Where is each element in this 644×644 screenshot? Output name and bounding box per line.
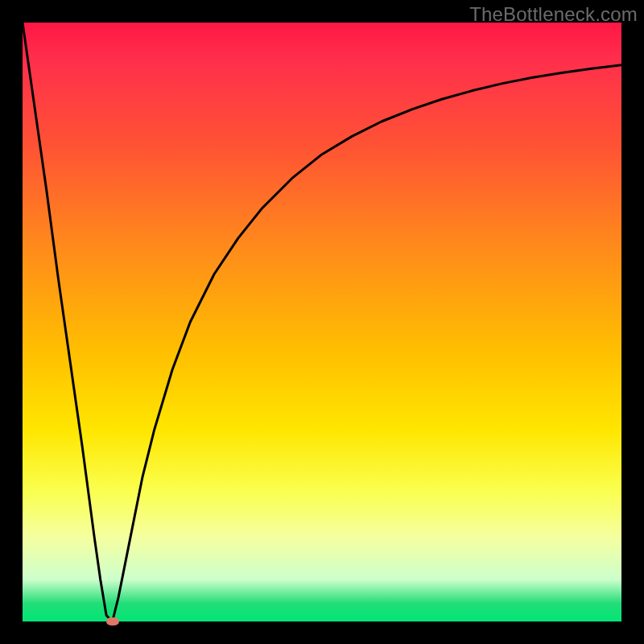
plot-area [23, 23, 621, 621]
chart-frame: TheBottleneck.com [0, 0, 644, 644]
optimal-marker [106, 617, 119, 625]
bottleneck-curve [23, 23, 621, 621]
curve-svg [23, 23, 621, 621]
